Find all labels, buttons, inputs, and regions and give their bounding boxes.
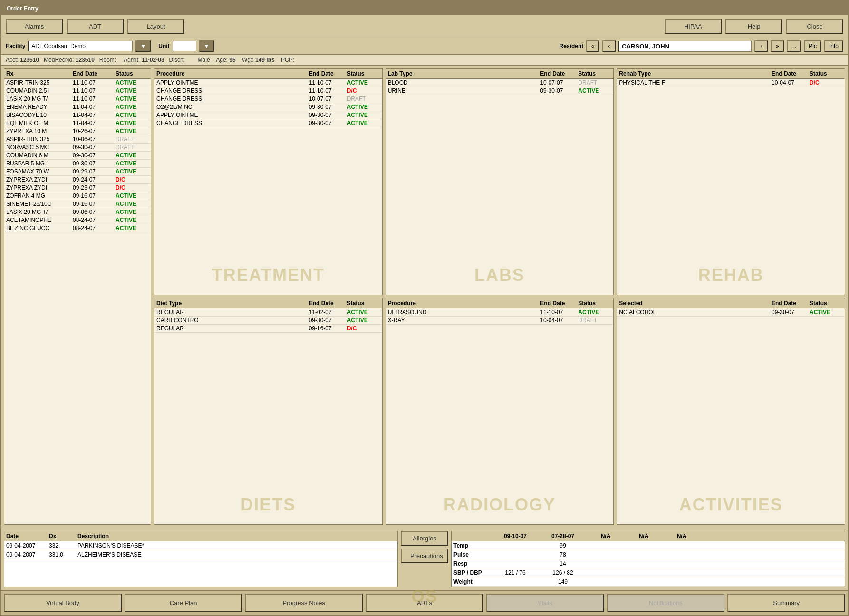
facility-dropdown-button[interactable]: ▼: [135, 40, 151, 52]
table-row[interactable]: CHANGE DRESS09-30-07ACTIVE: [154, 119, 382, 127]
table-row[interactable]: APPLY OINTME11-10-07ACTIVE: [154, 79, 382, 87]
table-row[interactable]: BISACODYL 1011-04-07ACTIVE: [4, 111, 151, 119]
table-row[interactable]: FOSAMAX 70 W09-29-07ACTIVE: [4, 168, 151, 176]
window-title: Order Entry: [7, 5, 39, 12]
facility-label: Facility: [6, 43, 25, 49]
diets-header: Diet Type End Date Status: [154, 298, 382, 308]
table-row[interactable]: ZYPREXA 10 M10-26-07ACTIVE: [4, 127, 151, 135]
allergies-button[interactable]: Allergies: [401, 531, 448, 546]
title-bar: Order Entry: [1, 1, 848, 15]
rx-enddate-header: End Date: [73, 70, 116, 77]
summary-button[interactable]: Summary: [727, 594, 845, 612]
treatment-rows: APPLY OINTME11-10-07ACTIVE CHANGE DRESS1…: [154, 79, 382, 127]
table-row[interactable]: O2@2L/M NC09-30-07ACTIVE: [154, 103, 382, 111]
progress-notes-button[interactable]: Progress Notes: [245, 594, 363, 612]
activities-rows: NO ALCOHOL09-30-07ACTIVE: [617, 308, 845, 317]
rx-status-header: Status: [116, 70, 149, 77]
table-row[interactable]: COUMADIN 6 M09-30-07ACTIVE: [4, 152, 151, 160]
vitals-weight-row: Weight 149: [452, 578, 845, 587]
labs-watermark: LABS: [474, 265, 525, 285]
resident-name-input[interactable]: [618, 41, 752, 52]
alarms-button[interactable]: Alarms: [6, 19, 63, 34]
acct-label: Acct: 123510 MedRecNo: 123510 Room: Admi…: [6, 57, 294, 63]
activities-watermark: ACTIVITIES: [679, 495, 783, 515]
vitals-sbp-row: SBP / DBP 121 / 76 126 / 82: [452, 568, 845, 578]
rx-panel-header: Rx End Date Status: [4, 69, 151, 79]
radiology-header: Procedure End Date Status: [386, 298, 614, 308]
visits-button[interactable]: Visits: [486, 594, 604, 612]
table-row[interactable]: NO ALCOHOL09-30-07ACTIVE: [617, 308, 845, 317]
resident-last-button[interactable]: »: [771, 40, 784, 52]
side-buttons: Allergies Precautions: [401, 531, 448, 587]
table-row[interactable]: CHANGE DRESS10-07-07DRAFT: [154, 95, 382, 103]
care-plan-button[interactable]: Care Plan: [125, 594, 242, 612]
table-row[interactable]: ULTRASOUND11-10-07ACTIVE: [386, 308, 614, 317]
diets-watermark: DIETS: [241, 495, 296, 515]
table-row[interactable]: BL ZINC GLUCC08-24-07ACTIVE: [4, 224, 151, 232]
unit-input[interactable]: [173, 41, 196, 51]
notifications-button[interactable]: Notifications: [607, 594, 725, 612]
table-row[interactable]: CHANGE DRESS11-10-07D/C: [154, 87, 382, 95]
table-row[interactable]: URINE09-30-07ACTIVE: [386, 87, 614, 95]
hipaa-button[interactable]: HIPAA: [665, 19, 722, 34]
table-row[interactable]: ASPIR-TRIN 32510-06-07DRAFT: [4, 135, 151, 144]
labs-panel: Lab Type End Date Status BLOOD10-07-07DR…: [386, 68, 614, 295]
treatment-header: Procedure End Date Status: [154, 69, 382, 79]
radiology-panel: Procedure End Date Status ULTRASOUND11-1…: [386, 298, 614, 525]
layout-button[interactable]: Layout: [127, 19, 184, 34]
unit-label: Unit: [158, 43, 169, 49]
unit-dropdown-button[interactable]: ▼: [199, 40, 214, 52]
vitals-panel: 09-10-07 07-28-07 N/A N/A N/A Temp 99 Pu…: [451, 531, 845, 587]
table-row[interactable]: CARB CONTRO09-30-07ACTIVE: [154, 317, 382, 325]
bottom-section: Date Dx Description 09-04-2007 332. PARK…: [1, 528, 848, 590]
pic-button[interactable]: Pic: [804, 40, 821, 52]
table-row[interactable]: 09-04-2007 332. PARKINSON'S DISEASE*: [4, 541, 397, 550]
table-row[interactable]: 09-04-2007 331.0 ALZHEIMER'S DISEASE: [4, 550, 397, 559]
resident-next-button[interactable]: ›: [754, 40, 768, 52]
table-row[interactable]: COUMADIN 2.5 I11-10-07ACTIVE: [4, 87, 151, 95]
resident-first-button[interactable]: «: [586, 40, 599, 52]
virtual-body-button[interactable]: Virtual Body: [4, 594, 122, 612]
table-row[interactable]: REGULAR09-16-07D/C: [154, 325, 382, 333]
table-row[interactable]: ENEMA READY11-04-07ACTIVE: [4, 103, 151, 111]
table-row[interactable]: LASIX 20 MG T/09-06-07ACTIVE: [4, 208, 151, 216]
info-button[interactable]: Info: [824, 40, 843, 52]
table-row[interactable]: BLOOD10-07-07DRAFT: [386, 79, 614, 87]
table-row[interactable]: APPLY OINTME09-30-07ACTIVE: [154, 111, 382, 119]
rehab-rows: PHYSICAL THE F10-04-07D/C: [617, 79, 845, 87]
resident-label: Resident: [560, 43, 584, 49]
adt-button[interactable]: ADT: [67, 19, 124, 34]
table-row[interactable]: PHYSICAL THE F10-04-07D/C: [617, 79, 845, 87]
acct-bar: Acct: 123510 MedRecNo: 123510 Room: Admi…: [1, 55, 848, 66]
table-row[interactable]: ZYPREXA ZYDI09-24-07D/C: [4, 176, 151, 184]
table-row[interactable]: ZYPREXA ZYDI09-23-07D/C: [4, 184, 151, 192]
vitals-temp-row: Temp 99: [452, 541, 845, 550]
activities-header: Selected End Date Status: [617, 298, 845, 308]
help-button[interactable]: Help: [725, 19, 782, 34]
table-row[interactable]: EQL MILK OF M11-04-07ACTIVE: [4, 119, 151, 127]
treatment-watermark: TREATMENT: [212, 265, 325, 285]
table-row[interactable]: ACETAMINOPHE08-24-07ACTIVE: [4, 216, 151, 224]
facility-input[interactable]: [28, 41, 133, 51]
resident-bar: Facility document.querySelector('[data-n…: [1, 38, 848, 55]
radiology-watermark: RADIOLOGY: [444, 495, 556, 515]
right-panels: Procedure End Date Status APPLY OINTME11…: [154, 68, 845, 525]
diets-rows: REGULAR11-02-07ACTIVE CARB CONTRO09-30-0…: [154, 308, 382, 333]
vitals-resp-row: Resp 14: [452, 559, 845, 568]
table-row[interactable]: X-RAY10-04-07DRAFT: [386, 317, 614, 325]
resident-more-button[interactable]: ...: [787, 40, 801, 52]
table-row[interactable]: BUSPAR 5 MG 109-30-07ACTIVE: [4, 160, 151, 168]
resident-prev-button[interactable]: ‹: [602, 40, 616, 52]
table-row[interactable]: REGULAR11-02-07ACTIVE: [154, 308, 382, 317]
table-row[interactable]: ASPIR-TRIN 32511-10-07ACTIVE: [4, 79, 151, 87]
table-row[interactable]: NORVASC 5 MC09-30-07DRAFT: [4, 144, 151, 152]
table-row[interactable]: SINEMET-25/10C09-16-07ACTIVE: [4, 200, 151, 208]
close-button[interactable]: Close: [786, 19, 843, 34]
table-row[interactable]: ZOFRAN 4 MG09-16-07ACTIVE: [4, 192, 151, 200]
table-row[interactable]: LASIX 20 MG T/11-10-07ACTIVE: [4, 95, 151, 103]
diagnosis-panel: Date Dx Description 09-04-2007 332. PARK…: [4, 531, 398, 587]
rehab-watermark: REHAB: [698, 265, 764, 285]
main-content: Rx End Date Status ASPIR-TRIN 32511-10-0…: [1, 66, 848, 528]
precautions-button[interactable]: Precautions: [401, 549, 448, 563]
radiology-rows: ULTRASOUND11-10-07ACTIVE X-RAY10-04-07DR…: [386, 308, 614, 325]
